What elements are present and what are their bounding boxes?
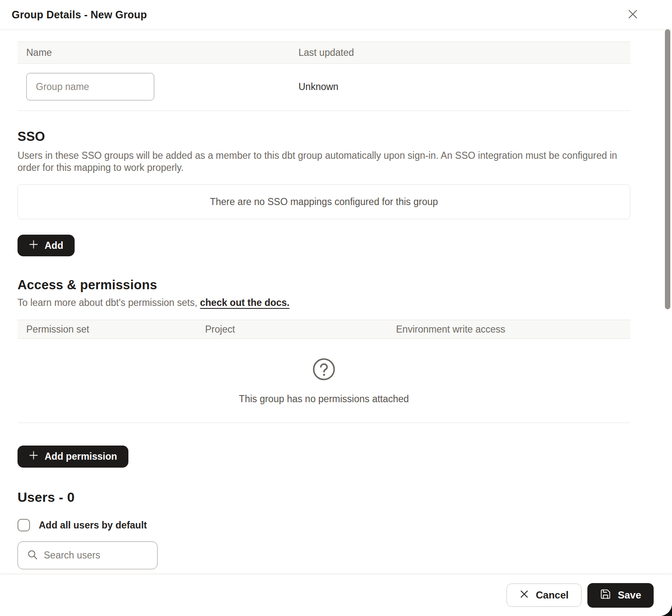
sso-empty-message: There are no SSO mappings configured for… — [210, 196, 438, 208]
permissions-heading: Access & permissions — [18, 278, 630, 293]
permissions-table: Permission set Project Environment write… — [18, 320, 630, 423]
group-name-table: Name Last updated Unknown — [18, 42, 630, 111]
close-icon — [627, 9, 638, 21]
question-mark-circle-icon — [312, 358, 336, 383]
save-button[interactable]: Save — [587, 583, 654, 608]
project-column-header: Project — [205, 324, 396, 335]
modal-content: Name Last updated Unknown SSO Users in t… — [0, 42, 672, 569]
add-all-users-label: Add all users by default — [39, 520, 147, 531]
modal-footer: Cancel Save — [0, 574, 672, 616]
search-users-input[interactable] — [44, 550, 150, 561]
name-column-header: Name — [26, 47, 298, 58]
sso-empty-state: There are no SSO mappings configured for… — [18, 184, 630, 219]
last-updated-column-header: Last updated — [298, 47, 630, 58]
add-all-users-row: Add all users by default — [18, 519, 630, 531]
close-button[interactable] — [625, 8, 640, 23]
group-details-modal: Group Details - New Group Name Last upda… — [0, 0, 672, 616]
docs-link[interactable]: check out the docs. — [200, 297, 290, 308]
permissions-section: Access & permissions To learn more about… — [18, 278, 630, 468]
search-users-box — [18, 541, 158, 569]
floppy-disk-icon — [600, 588, 611, 602]
cancel-button-label: Cancel — [536, 589, 569, 601]
save-button-label: Save — [618, 589, 641, 601]
x-icon — [519, 589, 529, 601]
name-table-row: Unknown — [18, 64, 630, 111]
docs-prefix-text: To learn more about dbt's permission set… — [18, 297, 200, 308]
vertical-scrollbar[interactable] — [665, 29, 670, 309]
permissions-table-header-row: Permission set Project Environment write… — [18, 320, 630, 339]
permissions-docs-line: To learn more about dbt's permission set… — [18, 297, 630, 308]
plus-icon — [29, 451, 38, 463]
add-permission-button[interactable]: Add permission — [18, 446, 128, 468]
permissions-table-divider — [18, 423, 630, 423]
search-icon — [27, 549, 38, 562]
sso-heading: SSO — [18, 129, 630, 144]
add-sso-mapping-button[interactable]: Add — [18, 235, 75, 256]
last-updated-value: Unknown — [298, 81, 630, 93]
page-title: Group Details - New Group — [12, 9, 147, 21]
name-table-header-row: Name Last updated — [18, 42, 630, 64]
environment-write-access-column-header: Environment write access — [396, 324, 630, 335]
modal-header: Group Details - New Group — [0, 0, 672, 30]
permissions-empty-message: This group has no permissions attached — [18, 393, 630, 405]
permissions-empty-state: This group has no permissions attached — [18, 358, 630, 405]
group-name-input[interactable] — [26, 73, 154, 100]
sso-section: SSO Users in these SSO groups will be ad… — [18, 129, 630, 256]
add-sso-button-label: Add — [45, 240, 63, 251]
add-permission-button-label: Add permission — [45, 451, 117, 462]
sso-description: Users in these SSO groups will be added … — [18, 150, 630, 173]
add-all-users-checkbox[interactable] — [18, 519, 30, 531]
plus-icon — [29, 240, 38, 252]
cancel-button[interactable]: Cancel — [507, 583, 582, 607]
permission-set-column-header: Permission set — [26, 324, 205, 335]
users-heading: Users - 0 — [18, 490, 630, 505]
users-section: Users - 0 Add all users by default — [18, 490, 630, 569]
